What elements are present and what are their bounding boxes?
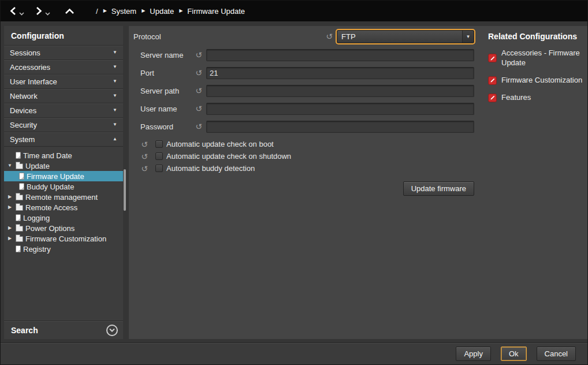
port-input[interactable] [206, 67, 474, 79]
ok-button[interactable]: Ok [501, 347, 527, 361]
chevron-down-icon: ▼ [113, 65, 117, 69]
related-item-firmware-customization[interactable]: Firmware Customization [488, 76, 583, 85]
tree-item-remote-access[interactable]: ▶ Remote Access [4, 202, 123, 213]
form-actions: Update firmware [133, 181, 474, 196]
reset-icon[interactable]: ↺ [193, 69, 204, 77]
scrollbar-thumb[interactable] [124, 169, 126, 211]
tree-expander-closed-icon[interactable]: ▶ [6, 195, 13, 199]
tree-expander-open-icon[interactable]: ▼ [6, 163, 13, 168]
tree-item-buddy-update[interactable]: Buddy Update [4, 181, 123, 192]
sidebar-section-network[interactable]: Network ▼ [4, 89, 123, 103]
tree-item-firmware-customization[interactable]: ▶ Firmware Customization [4, 233, 123, 244]
sidebar-title: Configuration [4, 26, 123, 46]
auto-update-shutdown-checkbox[interactable] [155, 152, 163, 160]
cancel-button[interactable]: Cancel [537, 347, 576, 361]
tree-item-remote-management[interactable]: ▶ Remote management [4, 192, 123, 202]
forward-button[interactable] [34, 5, 44, 17]
system-tree: Time and Date ▼ Update Firmware Update B… [4, 147, 123, 321]
port-label: Port [140, 69, 193, 77]
server-path-input[interactable] [206, 85, 474, 97]
breadcrumb-root[interactable]: / [96, 7, 98, 16]
apply-button[interactable]: Apply [456, 347, 491, 361]
search-expand-button[interactable] [106, 325, 118, 336]
search-section-header[interactable]: Search [4, 321, 123, 339]
folder-icon [16, 236, 23, 242]
protocol-label: Protocol [133, 32, 161, 41]
chevron-up-icon: ▲ [113, 137, 117, 141]
folder-icon [16, 226, 23, 232]
chevron-down-icon: ▼ [113, 94, 117, 98]
chevron-down-icon [45, 12, 50, 16]
firmware-update-form: Protocol ↺ FTP ▾ Server name ↺ Port ↺ [129, 26, 482, 339]
tree-item-logging[interactable]: Logging [4, 213, 123, 223]
forward-history-dropdown[interactable] [45, 8, 50, 18]
breadcrumb-item-system[interactable]: ▶ System [103, 7, 137, 16]
breadcrumb-item-firmware-update[interactable]: ▶ Firmware Update [179, 7, 245, 16]
reset-icon[interactable]: ↺ [139, 152, 150, 161]
tree-item-power-options[interactable]: ▶ Power Options [4, 223, 123, 233]
reset-icon[interactable]: ↺ [193, 122, 204, 131]
breadcrumb-separator-icon: ▶ [142, 9, 145, 13]
password-input[interactable] [206, 121, 474, 133]
main-area: Configuration Sessions ▼ Accessories ▼ U… [1, 21, 587, 342]
auto-buddy-detection-checkbox[interactable] [155, 165, 163, 172]
chevron-down-icon: ▼ [113, 79, 117, 84]
reset-icon[interactable]: ↺ [139, 140, 150, 148]
auto-buddy-detection-label: Automatic buddy detection [166, 164, 255, 173]
tree-expander-closed-icon[interactable]: ▶ [6, 236, 13, 241]
related-item-features[interactable]: Features [488, 93, 583, 103]
up-button[interactable] [63, 7, 76, 16]
password-label: Password [140, 122, 193, 131]
back-history-dropdown[interactable] [19, 8, 24, 18]
tree-expander-closed-icon[interactable]: ▶ [6, 205, 13, 210]
breadcrumb-separator-icon: ▶ [103, 9, 107, 13]
server-name-row: Server name ↺ [133, 49, 474, 61]
sidebar-section-devices[interactable]: Devices ▼ [4, 103, 123, 118]
sidebar-section-sessions[interactable]: Sessions ▼ [4, 46, 123, 60]
sidebar-section-security[interactable]: Security ▼ [4, 118, 123, 132]
reset-icon[interactable]: ↺ [193, 87, 204, 95]
update-firmware-button[interactable]: Update firmware [403, 181, 474, 196]
reset-icon[interactable]: ↺ [139, 165, 150, 173]
user-name-row: User name ↺ [133, 102, 474, 115]
edit-icon [488, 54, 497, 62]
port-row: Port ↺ [133, 66, 474, 79]
file-icon [19, 173, 24, 180]
file-icon [16, 214, 21, 221]
reset-icon[interactable]: ↺ [193, 51, 204, 59]
navigation-bar: / ▶ System ▶ Update ▶ Firmware Update [1, 1, 587, 21]
folder-icon [16, 205, 23, 211]
server-name-input[interactable] [206, 49, 474, 61]
configuration-sidebar: Configuration Sessions ▼ Accessories ▼ U… [4, 26, 123, 339]
sidebar-section-user-interface[interactable]: User Interface ▼ [4, 75, 123, 89]
protocol-selected-value: FTP [337, 32, 462, 41]
related-item-accessories-firmware-update[interactable]: Accessories - Firmware Update [488, 49, 583, 68]
tree-expander-closed-icon[interactable]: ▶ [6, 226, 13, 230]
auto-update-boot-row: ↺ Automatic update check on boot [133, 138, 474, 150]
server-path-label: Server path [140, 87, 193, 95]
breadcrumb: / ▶ System ▶ Update ▶ Firmware Update [96, 7, 245, 16]
auto-update-shutdown-label: Automatic update check on shutdown [166, 152, 291, 161]
protocol-select[interactable]: FTP ▾ [337, 30, 474, 43]
breadcrumb-item-update[interactable]: ▶ Update [142, 7, 174, 16]
back-button[interactable] [8, 5, 18, 17]
tree-item-time-and-date[interactable]: Time and Date [4, 150, 123, 161]
chevron-down-icon [19, 12, 24, 16]
tree-item-firmware-update[interactable]: Firmware Update [4, 171, 123, 181]
tree-item-update[interactable]: ▼ Update [4, 161, 123, 171]
chevron-down-icon [109, 328, 115, 332]
chevron-down-icon: ▼ [113, 122, 117, 127]
file-icon [19, 183, 24, 190]
file-icon [16, 152, 21, 159]
breadcrumb-separator-icon: ▶ [179, 9, 183, 13]
sidebar-scrollbar[interactable] [123, 26, 129, 339]
chevron-right-icon [35, 6, 43, 16]
related-configurations-panel: Related Configurations Accessories - Fir… [482, 26, 587, 339]
reset-icon[interactable]: ↺ [193, 105, 204, 113]
auto-update-boot-checkbox[interactable] [155, 140, 163, 148]
reset-icon[interactable]: ↺ [324, 32, 334, 40]
user-name-input[interactable] [206, 103, 474, 115]
sidebar-section-accessories[interactable]: Accessories ▼ [4, 60, 123, 75]
sidebar-section-system[interactable]: System ▲ [4, 132, 123, 147]
tree-item-registry[interactable]: Registry [4, 244, 123, 254]
